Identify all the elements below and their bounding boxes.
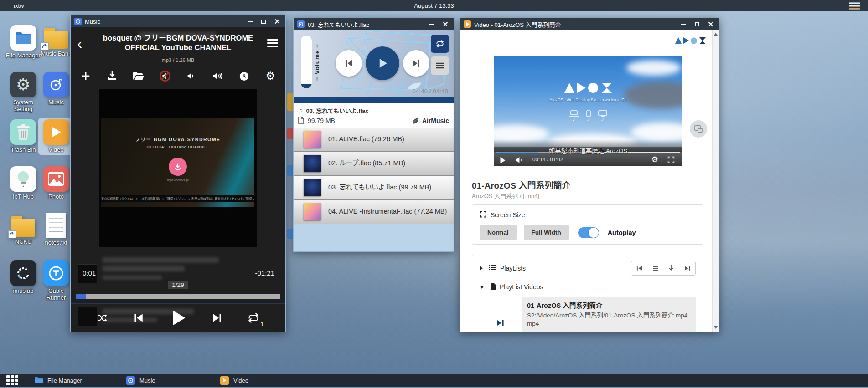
video-window-titlebar[interactable]: Video - 01-ArozOS 入門系列簡介 (460, 18, 719, 30)
track-row[interactable]: 02. ループ.flac (85.71 MB) (294, 152, 454, 176)
play-button[interactable] (168, 308, 188, 328)
full-width-button[interactable]: Full Width (524, 225, 569, 240)
desktop-icon-iot-hub[interactable]: IoT Hub (5, 166, 41, 200)
airmusic-cast-button[interactable]: AirMusic (412, 117, 449, 125)
autoplay-toggle[interactable] (578, 227, 599, 238)
desktop-icon-trash-bin[interactable]: Trash Bin (5, 119, 41, 153)
scroll-up-arrow[interactable] (714, 33, 718, 36)
maximize-button[interactable] (693, 20, 701, 28)
desktop-icon-ncku[interactable]: NCKU (5, 213, 41, 245)
minimize-button[interactable] (680, 20, 687, 28)
desktop-icon-video[interactable]: Video (38, 118, 74, 155)
desktop-icon-cable-runner[interactable]: Cable Runner (38, 260, 74, 301)
flac-seek-bar[interactable] (294, 97, 454, 103)
close-button[interactable] (442, 20, 449, 28)
skip-back-button[interactable] (631, 261, 647, 275)
playlists-expand-caret[interactable] (480, 266, 483, 271)
playlist-videos-collapse-caret[interactable] (480, 286, 484, 289)
close-button[interactable] (274, 18, 281, 25)
playlist-menu-button[interactable] (267, 39, 278, 47)
repeat-button[interactable] (431, 35, 449, 53)
previous-track-button[interactable] (336, 50, 362, 77)
queue-list-button[interactable] (647, 261, 663, 275)
float-window-button[interactable] (690, 120, 707, 138)
hidden-icon-sliver (287, 93, 293, 111)
taskbar-item-label: Music (140, 377, 155, 384)
desktop-icon-label: Music Bank (38, 51, 74, 57)
play-button[interactable] (366, 46, 399, 80)
repeat-one-button[interactable]: 1 (247, 311, 260, 324)
previous-button[interactable] (132, 312, 144, 324)
settings-gear-button[interactable]: ⚙ (264, 70, 276, 82)
music-window-titlebar[interactable]: Music (71, 15, 285, 27)
folder-icon (10, 216, 36, 237)
video-play-button[interactable] (500, 157, 506, 163)
desktop-icon-music[interactable]: Music (38, 72, 74, 106)
back-button[interactable]: ‹ (77, 36, 82, 51)
desktop-icon-system-setting[interactable]: ⚙ System Setting (5, 72, 41, 112)
mute-icon[interactable] (159, 70, 171, 82)
photo-icon (43, 166, 69, 192)
brand-tagline: ArozOS - Web Desktop System written in G… (494, 97, 682, 102)
playlist-video-item[interactable]: 01-ArozOS 入門系列簡介 S2:/Video/ArozOS 入門系列/0… (480, 297, 696, 332)
desktop-icon-photo[interactable]: Photo (38, 166, 74, 200)
video-app-icon (464, 20, 471, 28)
arozos-logo-white (564, 83, 612, 93)
fullscreen-button[interactable] (667, 156, 675, 163)
minimize-button[interactable] (428, 20, 435, 28)
repeat-count-badge: 1 (260, 321, 264, 327)
track-position: 1/29 (71, 281, 285, 289)
app-grid-button[interactable] (6, 375, 18, 385)
video-app-icon (220, 376, 229, 385)
next-track-button[interactable] (403, 50, 429, 77)
skip-next-button[interactable] (679, 261, 695, 275)
volume-high-button[interactable] (212, 70, 223, 82)
minimize-button[interactable] (246, 18, 253, 25)
scrollbar[interactable] (712, 30, 719, 332)
desktop-icon-file-manager[interactable]: File Manager (5, 25, 41, 59)
playlist-card: PlayLists PlayList Videos (472, 255, 703, 332)
download-button[interactable] (106, 70, 118, 82)
top-bar: ixtw August 7 13:33 (0, 0, 868, 11)
scroll-down-arrow[interactable] (714, 326, 718, 329)
playlist-videos-icon (490, 283, 496, 291)
video-settings-gear[interactable]: ⚙ (651, 155, 658, 164)
normal-size-button[interactable]: Normal (480, 225, 517, 240)
desktop-icon-music-bank[interactable]: Music Bank (38, 25, 74, 57)
volume-low-button[interactable] (185, 70, 197, 82)
bulb-icon (10, 166, 36, 192)
video-volume-button[interactable] (515, 157, 523, 163)
seek-handle[interactable] (76, 294, 86, 299)
history-clock-button[interactable] (238, 70, 250, 82)
open-folder-button[interactable] (133, 70, 145, 82)
next-button[interactable] (212, 312, 223, 324)
shuffle-button[interactable] (97, 312, 108, 323)
maximize-button[interactable] (260, 18, 267, 25)
video-player[interactable]: ArozOS - Web Desktop System written in G… (494, 56, 682, 166)
track-info-panel: ♫ 03. 忘れてもいいよ.flac 99.79 MB AirMusic (294, 103, 454, 129)
current-track-size: 99.79 MB (308, 117, 335, 124)
music-toolbar: ⚙ (80, 70, 276, 82)
art-channel-line1: フリー BGM DOVA-SYNDROME (99, 136, 257, 143)
volume-slider[interactable] (301, 36, 312, 88)
add-button[interactable] (80, 70, 92, 82)
flac-window-titlebar[interactable]: 03. 忘れてもいいよ.flac (294, 18, 454, 30)
playlist-menu-button[interactable] (431, 56, 449, 75)
desktop-icon-imuslab[interactable]: imuslab (5, 260, 41, 295)
close-button[interactable] (707, 20, 714, 28)
taskbar-item-file-manager[interactable]: File Manager (34, 374, 82, 387)
flac-player-window: 03. 忘れてもいいよ.flac − Volume + (293, 18, 454, 252)
desktop-icon-notes-txt[interactable]: notes.txt (38, 213, 74, 246)
seek-bar[interactable] (76, 294, 280, 299)
taskbar-item-video[interactable]: Video (220, 374, 248, 387)
track-row-selected[interactable]: 03. 忘れてもいいよ.flac (99.79 MB) (294, 176, 454, 200)
track-row[interactable]: 01. ALIVE.flac (79.26 MB) (294, 128, 454, 152)
download-video-button[interactable] (663, 261, 679, 275)
art-download-badge (169, 158, 187, 176)
taskbar-item-music[interactable]: Music (126, 374, 155, 387)
track-row[interactable]: 04. ALIVE -Instrumental-.flac (77.24 MB) (294, 200, 454, 224)
playlist-video-thumbnail (480, 297, 522, 332)
topbar-menu-icon[interactable] (849, 2, 860, 10)
cloud-shape (626, 60, 681, 76)
music-app-icon (126, 376, 135, 385)
